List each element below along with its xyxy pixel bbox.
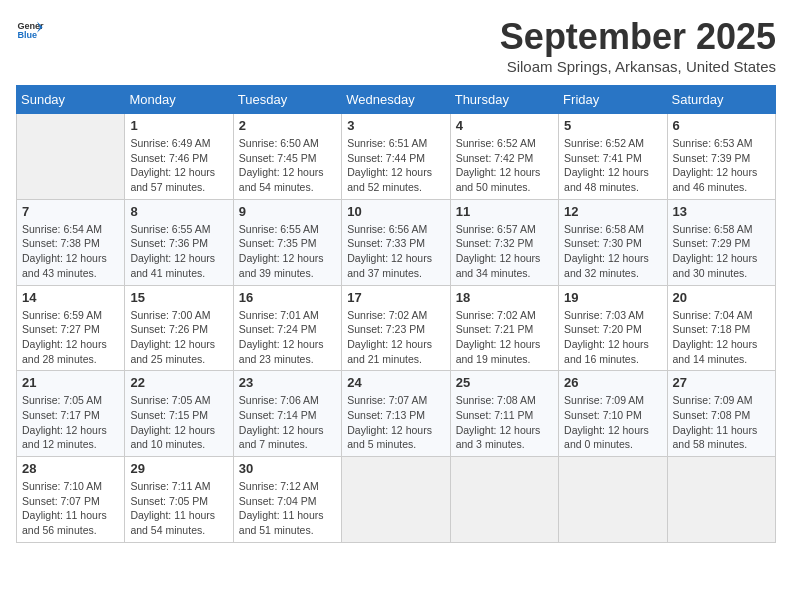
day-cell: 19Sunrise: 7:03 AM Sunset: 7:20 PM Dayli… (559, 285, 667, 371)
day-number: 14 (22, 290, 119, 305)
day-number: 18 (456, 290, 553, 305)
day-cell: 23Sunrise: 7:06 AM Sunset: 7:14 PM Dayli… (233, 371, 341, 457)
day-info: Sunrise: 6:52 AM Sunset: 7:41 PM Dayligh… (564, 136, 661, 195)
day-number: 29 (130, 461, 227, 476)
day-info: Sunrise: 7:12 AM Sunset: 7:04 PM Dayligh… (239, 479, 336, 538)
day-cell: 3Sunrise: 6:51 AM Sunset: 7:44 PM Daylig… (342, 114, 450, 200)
day-info: Sunrise: 6:52 AM Sunset: 7:42 PM Dayligh… (456, 136, 553, 195)
day-info: Sunrise: 6:59 AM Sunset: 7:27 PM Dayligh… (22, 308, 119, 367)
calendar-table: SundayMondayTuesdayWednesdayThursdayFrid… (16, 85, 776, 543)
day-info: Sunrise: 6:49 AM Sunset: 7:46 PM Dayligh… (130, 136, 227, 195)
day-info: Sunrise: 7:07 AM Sunset: 7:13 PM Dayligh… (347, 393, 444, 452)
col-header-saturday: Saturday (667, 86, 775, 114)
day-number: 30 (239, 461, 336, 476)
day-number: 12 (564, 204, 661, 219)
week-row-1: 1Sunrise: 6:49 AM Sunset: 7:46 PM Daylig… (17, 114, 776, 200)
day-cell: 11Sunrise: 6:57 AM Sunset: 7:32 PM Dayli… (450, 199, 558, 285)
day-info: Sunrise: 6:58 AM Sunset: 7:29 PM Dayligh… (673, 222, 770, 281)
day-number: 25 (456, 375, 553, 390)
col-header-friday: Friday (559, 86, 667, 114)
day-number: 24 (347, 375, 444, 390)
day-cell: 12Sunrise: 6:58 AM Sunset: 7:30 PM Dayli… (559, 199, 667, 285)
month-title: September 2025 (500, 16, 776, 58)
day-cell: 1Sunrise: 6:49 AM Sunset: 7:46 PM Daylig… (125, 114, 233, 200)
day-info: Sunrise: 7:00 AM Sunset: 7:26 PM Dayligh… (130, 308, 227, 367)
day-info: Sunrise: 6:55 AM Sunset: 7:36 PM Dayligh… (130, 222, 227, 281)
day-number: 19 (564, 290, 661, 305)
day-info: Sunrise: 7:02 AM Sunset: 7:23 PM Dayligh… (347, 308, 444, 367)
day-cell: 20Sunrise: 7:04 AM Sunset: 7:18 PM Dayli… (667, 285, 775, 371)
day-info: Sunrise: 7:10 AM Sunset: 7:07 PM Dayligh… (22, 479, 119, 538)
svg-text:Blue: Blue (17, 30, 37, 40)
day-info: Sunrise: 7:08 AM Sunset: 7:11 PM Dayligh… (456, 393, 553, 452)
day-cell: 13Sunrise: 6:58 AM Sunset: 7:29 PM Dayli… (667, 199, 775, 285)
day-info: Sunrise: 7:09 AM Sunset: 7:08 PM Dayligh… (673, 393, 770, 452)
day-cell (559, 457, 667, 543)
day-cell: 4Sunrise: 6:52 AM Sunset: 7:42 PM Daylig… (450, 114, 558, 200)
day-cell: 8Sunrise: 6:55 AM Sunset: 7:36 PM Daylig… (125, 199, 233, 285)
day-cell: 15Sunrise: 7:00 AM Sunset: 7:26 PM Dayli… (125, 285, 233, 371)
day-number: 17 (347, 290, 444, 305)
day-cell: 10Sunrise: 6:56 AM Sunset: 7:33 PM Dayli… (342, 199, 450, 285)
day-number: 11 (456, 204, 553, 219)
calendar-body: 1Sunrise: 6:49 AM Sunset: 7:46 PM Daylig… (17, 114, 776, 543)
day-number: 13 (673, 204, 770, 219)
day-cell: 17Sunrise: 7:02 AM Sunset: 7:23 PM Dayli… (342, 285, 450, 371)
day-number: 4 (456, 118, 553, 133)
day-info: Sunrise: 7:05 AM Sunset: 7:17 PM Dayligh… (22, 393, 119, 452)
col-header-sunday: Sunday (17, 86, 125, 114)
day-number: 8 (130, 204, 227, 219)
day-cell (342, 457, 450, 543)
logo-icon: General Blue (16, 16, 44, 44)
day-cell: 21Sunrise: 7:05 AM Sunset: 7:17 PM Dayli… (17, 371, 125, 457)
day-cell: 14Sunrise: 6:59 AM Sunset: 7:27 PM Dayli… (17, 285, 125, 371)
day-cell: 5Sunrise: 6:52 AM Sunset: 7:41 PM Daylig… (559, 114, 667, 200)
logo: General Blue (16, 16, 44, 44)
day-number: 27 (673, 375, 770, 390)
day-number: 26 (564, 375, 661, 390)
day-info: Sunrise: 7:11 AM Sunset: 7:05 PM Dayligh… (130, 479, 227, 538)
day-info: Sunrise: 7:05 AM Sunset: 7:15 PM Dayligh… (130, 393, 227, 452)
day-cell (17, 114, 125, 200)
day-number: 10 (347, 204, 444, 219)
day-number: 21 (22, 375, 119, 390)
day-cell: 26Sunrise: 7:09 AM Sunset: 7:10 PM Dayli… (559, 371, 667, 457)
day-info: Sunrise: 6:51 AM Sunset: 7:44 PM Dayligh… (347, 136, 444, 195)
day-number: 6 (673, 118, 770, 133)
day-info: Sunrise: 7:03 AM Sunset: 7:20 PM Dayligh… (564, 308, 661, 367)
day-number: 5 (564, 118, 661, 133)
day-info: Sunrise: 6:57 AM Sunset: 7:32 PM Dayligh… (456, 222, 553, 281)
day-info: Sunrise: 7:04 AM Sunset: 7:18 PM Dayligh… (673, 308, 770, 367)
week-row-3: 14Sunrise: 6:59 AM Sunset: 7:27 PM Dayli… (17, 285, 776, 371)
day-number: 2 (239, 118, 336, 133)
day-number: 28 (22, 461, 119, 476)
day-cell (450, 457, 558, 543)
day-info: Sunrise: 6:58 AM Sunset: 7:30 PM Dayligh… (564, 222, 661, 281)
day-number: 22 (130, 375, 227, 390)
day-number: 3 (347, 118, 444, 133)
week-row-5: 28Sunrise: 7:10 AM Sunset: 7:07 PM Dayli… (17, 457, 776, 543)
day-cell: 25Sunrise: 7:08 AM Sunset: 7:11 PM Dayli… (450, 371, 558, 457)
day-info: Sunrise: 7:06 AM Sunset: 7:14 PM Dayligh… (239, 393, 336, 452)
day-info: Sunrise: 6:50 AM Sunset: 7:45 PM Dayligh… (239, 136, 336, 195)
day-cell: 24Sunrise: 7:07 AM Sunset: 7:13 PM Dayli… (342, 371, 450, 457)
page-header: General Blue September 2025 Siloam Sprin… (16, 16, 776, 75)
title-block: September 2025 Siloam Springs, Arkansas,… (500, 16, 776, 75)
day-number: 16 (239, 290, 336, 305)
col-header-monday: Monday (125, 86, 233, 114)
day-number: 7 (22, 204, 119, 219)
day-number: 15 (130, 290, 227, 305)
day-info: Sunrise: 6:53 AM Sunset: 7:39 PM Dayligh… (673, 136, 770, 195)
col-header-tuesday: Tuesday (233, 86, 341, 114)
day-info: Sunrise: 6:56 AM Sunset: 7:33 PM Dayligh… (347, 222, 444, 281)
col-header-wednesday: Wednesday (342, 86, 450, 114)
location: Siloam Springs, Arkansas, United States (500, 58, 776, 75)
day-cell: 28Sunrise: 7:10 AM Sunset: 7:07 PM Dayli… (17, 457, 125, 543)
day-number: 23 (239, 375, 336, 390)
day-cell: 7Sunrise: 6:54 AM Sunset: 7:38 PM Daylig… (17, 199, 125, 285)
day-cell: 18Sunrise: 7:02 AM Sunset: 7:21 PM Dayli… (450, 285, 558, 371)
day-cell: 16Sunrise: 7:01 AM Sunset: 7:24 PM Dayli… (233, 285, 341, 371)
day-info: Sunrise: 6:54 AM Sunset: 7:38 PM Dayligh… (22, 222, 119, 281)
day-cell: 9Sunrise: 6:55 AM Sunset: 7:35 PM Daylig… (233, 199, 341, 285)
week-row-4: 21Sunrise: 7:05 AM Sunset: 7:17 PM Dayli… (17, 371, 776, 457)
